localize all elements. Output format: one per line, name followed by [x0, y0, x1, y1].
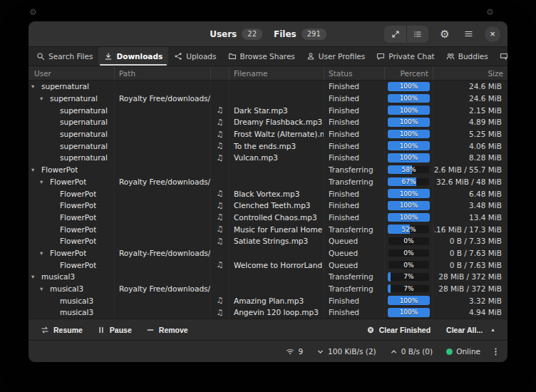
filename-cell [230, 247, 324, 259]
percent-cell: 0% [385, 235, 433, 247]
user-cell: musical3 [29, 294, 115, 306]
percent-cell: 100% [385, 212, 433, 224]
column-header-percent[interactable]: Percent [385, 66, 433, 80]
download-speed[interactable]: 100 KiB/s (2) [311, 345, 382, 358]
expander-icon[interactable]: ▾ [31, 167, 39, 173]
user-name: FlowerPot [60, 237, 96, 245]
file-icon-cell: ♫ [211, 235, 230, 247]
tab-user-profiles[interactable]: User Profiles [301, 47, 371, 66]
transfer-row[interactable]: supernatural♫Frost Waltz (Alternate).mp3… [29, 128, 507, 140]
upload-speed[interactable]: 0 B/s (0) [384, 345, 438, 358]
transfer-row[interactable]: FlowerPot♫Welcome to HorrorLand - hi.mp3… [29, 259, 507, 271]
size-cell: 4.06 MiB [433, 140, 507, 152]
statusbar-menu-button[interactable] [488, 344, 502, 359]
column-header-path[interactable]: Path [115, 66, 211, 80]
status-cell: Transferring [324, 164, 385, 176]
transfer-row[interactable]: ▾FlowerPotTransferring58%32.6 MiB / 55.7… [29, 164, 507, 176]
transfer-row[interactable]: FlowerPot♫Satiate Strings.mp3Queued0%0 B… [29, 235, 507, 247]
size-cell: 4.94 MiB [433, 306, 507, 319]
transfer-row[interactable]: supernatural♫Dark Star.mp3Finished100%2.… [29, 104, 507, 116]
transfer-row[interactable]: supernatural♫To the ends.mp3Finished100%… [29, 140, 507, 152]
online-status[interactable]: Online [440, 345, 486, 358]
user-cell: FlowerPot [29, 187, 115, 200]
users-label: Users [210, 29, 237, 39]
tab-buddies[interactable]: Buddies [440, 47, 494, 66]
expander-icon[interactable]: ▾ [40, 96, 48, 102]
transfer-row[interactable]: ▾supernaturalFinished100%24.6 MiB [29, 81, 507, 93]
expander-icon[interactable]: ▾ [31, 83, 39, 90]
clear-all-button[interactable]: Clear All... ▲ [440, 323, 502, 337]
wifi-icon [286, 347, 294, 356]
transfer-row[interactable]: musical3♫Angevin 120 loop.mp3Finished100… [29, 306, 507, 319]
header-bar[interactable]: Users 22 Files 291 ⚙ × [29, 21, 507, 47]
pause-button[interactable]: Pause [91, 323, 138, 337]
tab-private-chat[interactable]: Private Chat [371, 47, 440, 66]
toggle-compact-view-button[interactable] [384, 26, 406, 43]
column-header-status[interactable]: Status [324, 66, 385, 80]
transfer-row[interactable]: supernatural♫Vulcan.mp3Finished100%8.28 … [29, 152, 507, 164]
main-menu-button[interactable] [461, 26, 475, 43]
transfer-row[interactable]: ▾FlowerPotRoyalty Free/downloads/nicotiT… [29, 176, 507, 188]
transfer-row[interactable]: ▾supernaturalRoyalty Free/downloads/nico… [29, 93, 507, 105]
column-header-file-icon[interactable] [211, 66, 230, 80]
file-icon-cell [211, 81, 230, 93]
size-cell: 0 B / 7.63 MiB [433, 259, 507, 271]
filename-cell: Welcome to HorrorLand - hi.mp3 [230, 259, 324, 271]
tab-downloads[interactable]: Downloads [98, 47, 168, 66]
path-cell: Royalty Free/downloads/nicoti [115, 93, 211, 105]
user-cell: FlowerPot [29, 259, 115, 271]
column-header-size[interactable]: Size [433, 66, 507, 80]
expander-icon[interactable]: ▾ [40, 286, 48, 292]
file-icon-cell: ♫ [211, 294, 230, 306]
audio-file-icon: ♫ [217, 260, 224, 269]
clear-finished-button[interactable]: Clear Finished [360, 323, 437, 337]
transfer-row[interactable]: musical3♫Amazing Plan.mp3Finished100%3.3… [29, 294, 507, 306]
progress-label: 100% [388, 94, 430, 103]
status-cell: Transferring [324, 223, 385, 235]
room-list-button[interactable] [406, 26, 428, 43]
audio-file-icon: ♫ [217, 130, 224, 139]
path-cell [115, 116, 211, 128]
filename-cell [230, 93, 324, 105]
size-cell: 13.4 MiB [433, 212, 507, 224]
column-header-user[interactable]: User [29, 66, 115, 80]
resume-button[interactable]: Resume [34, 323, 89, 337]
tab-browse-shares[interactable]: Browse Shares [222, 47, 301, 66]
close-button[interactable]: × [485, 26, 500, 42]
transfer-row[interactable]: FlowerPot♫Music for Funeral Home - Part … [29, 223, 507, 235]
tab-label: Browse Shares [240, 52, 295, 61]
percent-cell: 7% [385, 283, 433, 295]
path-cell [115, 140, 211, 152]
progress-label: 100% [388, 296, 430, 305]
upload-speed-value: 0 B/s (0) [401, 347, 433, 356]
user-cell: supernatural [29, 152, 115, 164]
preferences-button[interactable]: ⚙ [438, 26, 452, 43]
audio-file-icon: ♫ [217, 237, 224, 246]
expander-icon[interactable]: ▾ [40, 179, 48, 185]
transfer-row[interactable]: ▾FlowerPotRoyalty-Free/downloads/nicotiQ… [29, 247, 507, 259]
column-header-filename[interactable]: Filename [230, 66, 324, 80]
transfer-row[interactable]: ▾musical3Transferring7%28 MiB / 372 MiB [29, 271, 507, 283]
resume-icon [41, 326, 49, 334]
file-icon-cell [211, 271, 230, 283]
percent-cell: 100% [385, 200, 433, 212]
transfer-row[interactable]: FlowerPot♫Black Vortex.mp3Finished100%6.… [29, 187, 507, 200]
user-name: supernatural [60, 106, 108, 115]
expander-icon[interactable]: ▾ [31, 274, 39, 280]
desktop-tray-icon-right: ⚙ [486, 8, 494, 16]
transfer-row[interactable]: ▾musical3Royalty Free/downloads/nicotiTr… [29, 283, 507, 295]
tab-uploads[interactable]: Uploads [168, 47, 222, 66]
tab-chat-rooms[interactable]: Chat Rooms [494, 47, 507, 66]
transfer-row[interactable]: FlowerPot♫Controlled Chaos.mp3Finished10… [29, 212, 507, 224]
path-cell [115, 200, 211, 212]
transfer-row[interactable]: supernatural♫Dreamy Flashback.mp3Finishe… [29, 116, 507, 128]
file-icon-cell: ♫ [211, 128, 230, 140]
action-bar: Resume Pause Remove Clear Finished Clear… [29, 319, 507, 340]
file-icon-cell: ♫ [211, 104, 230, 116]
transfer-row[interactable]: FlowerPot♫Clenched Teeth.mp3Finished100%… [29, 200, 507, 212]
tab-search-files[interactable]: Search Files [31, 47, 98, 66]
remove-button[interactable]: Remove [140, 323, 195, 337]
file-icon-cell: ♫ [211, 259, 230, 271]
expander-icon[interactable]: ▾ [40, 250, 48, 257]
connection-stats[interactable]: 9 [280, 345, 309, 358]
